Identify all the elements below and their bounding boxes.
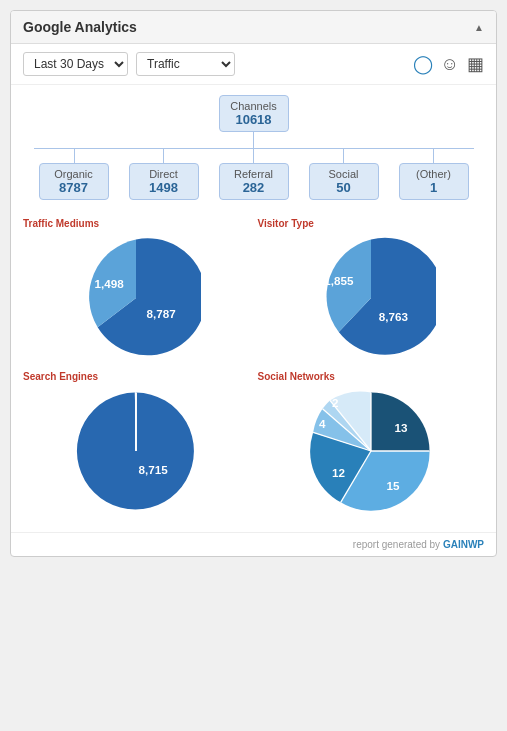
charts-row-2: Search Engines 8,715 Social Networks <box>23 371 484 516</box>
chart-traffic-mediums: Traffic Mediums 8,787 1,498 <box>23 218 250 363</box>
tree-child-social[interactable]: Social 50 <box>309 163 379 200</box>
sn-lbl-5: 2 <box>332 396 339 409</box>
chart-traffic-mediums-area: 8,787 1,498 <box>23 233 250 363</box>
charts-section: Traffic Mediums 8,787 1,498 V <box>11 210 496 532</box>
footer-text: report generated by <box>353 539 443 550</box>
v-line-2 <box>163 149 164 163</box>
pie-social-networks: 13 15 12 4 2 <box>306 386 436 516</box>
charts-row-1: Traffic Mediums 8,787 1,498 V <box>23 218 484 363</box>
widget-title: Google Analytics <box>23 19 137 35</box>
chart-social-networks-area: 13 15 12 4 2 <box>258 386 485 516</box>
child-value-1: 1498 <box>140 180 188 195</box>
chart-search-engines-area: 8,715 <box>23 386 250 516</box>
sn-lbl-2: 15 <box>386 479 400 492</box>
child-label-3: Social <box>320 168 368 180</box>
person-icon[interactable]: ☺ <box>441 54 459 75</box>
child-value-2: 282 <box>230 180 278 195</box>
toolbar: Last 30 Days Last 7 Days Last 90 Days Tr… <box>11 44 496 85</box>
child-value-4: 1 <box>410 180 458 195</box>
sn-lbl-3: 12 <box>332 466 346 479</box>
header-arrow[interactable]: ▲ <box>474 22 484 33</box>
root-connector <box>253 132 254 148</box>
tree-child-organic[interactable]: Organic 8787 <box>39 163 109 200</box>
child-label-0: Organic <box>50 168 98 180</box>
v-line-5 <box>433 149 434 163</box>
widget-header: Google Analytics ▲ <box>11 11 496 44</box>
pie-traffic-mediums: 8,787 1,498 <box>71 233 201 363</box>
pie-search-engines: 8,715 <box>71 386 201 516</box>
metric-select[interactable]: Traffic Goals Ecommerce <box>136 52 235 76</box>
tree-root-box[interactable]: Channels 10618 <box>219 95 289 132</box>
child-label-4: (Other) <box>410 168 458 180</box>
chart-traffic-mediums-label: Traffic Mediums <box>23 218 250 229</box>
tree-root-node: Channels 10618 Organic 8787 <box>24 95 484 200</box>
pie-label-small-2: 1,855 <box>324 274 354 287</box>
v-lines <box>34 149 474 163</box>
v-line-1 <box>74 149 75 163</box>
footer: report generated by GAINWP <box>11 532 496 556</box>
period-select[interactable]: Last 30 Days Last 7 Days Last 90 Days <box>23 52 128 76</box>
clock-icon[interactable]: ◯ <box>413 53 433 75</box>
v-line-4 <box>343 149 344 163</box>
tree-section: Channels 10618 Organic 8787 <box>11 85 496 210</box>
sn-lbl-4: 4 <box>319 417 326 430</box>
child-label-2: Referral <box>230 168 278 180</box>
tree-child-direct[interactable]: Direct 1498 <box>129 163 199 200</box>
toolbar-left: Last 30 Days Last 7 Days Last 90 Days Tr… <box>23 52 235 76</box>
sn-lbl-1: 13 <box>394 421 408 434</box>
pie-label-large-2: 8,763 <box>379 310 409 323</box>
footer-brand-link[interactable]: GAINWP <box>443 539 484 550</box>
child-value-0: 8787 <box>50 180 98 195</box>
pie-visitor-type: 8,763 1,855 <box>306 233 436 363</box>
chart-search-engines: Search Engines 8,715 <box>23 371 250 516</box>
child-label-1: Direct <box>140 168 188 180</box>
pie-label-small-1: 1,498 <box>95 277 125 290</box>
pie-label-large-1: 8,787 <box>147 307 176 320</box>
root-value: 10618 <box>230 112 278 127</box>
chart-search-engines-label: Search Engines <box>23 371 250 382</box>
pie-label-large-3: 8,715 <box>139 463 169 476</box>
grid-icon[interactable]: ▦ <box>467 53 484 75</box>
chart-social-networks-label: Social Networks <box>258 371 485 382</box>
chart-visitor-type: Visitor Type 8,763 1,855 <box>258 218 485 363</box>
h-line <box>34 148 474 149</box>
root-label: Channels <box>230 100 278 112</box>
tree-children: Organic 8787 Direct 1498 Referral 282 <box>24 163 484 200</box>
tree-child-other[interactable]: (Other) 1 <box>399 163 469 200</box>
google-analytics-widget: Google Analytics ▲ Last 30 Days Last 7 D… <box>10 10 497 557</box>
tree-child-referral[interactable]: Referral 282 <box>219 163 289 200</box>
v-line-3 <box>253 149 254 163</box>
chart-visitor-type-label: Visitor Type <box>258 218 485 229</box>
child-value-3: 50 <box>320 180 368 195</box>
chart-visitor-type-area: 8,763 1,855 <box>258 233 485 363</box>
toolbar-icons: ◯ ☺ ▦ <box>413 53 484 75</box>
chart-social-networks: Social Networks <box>258 371 485 516</box>
